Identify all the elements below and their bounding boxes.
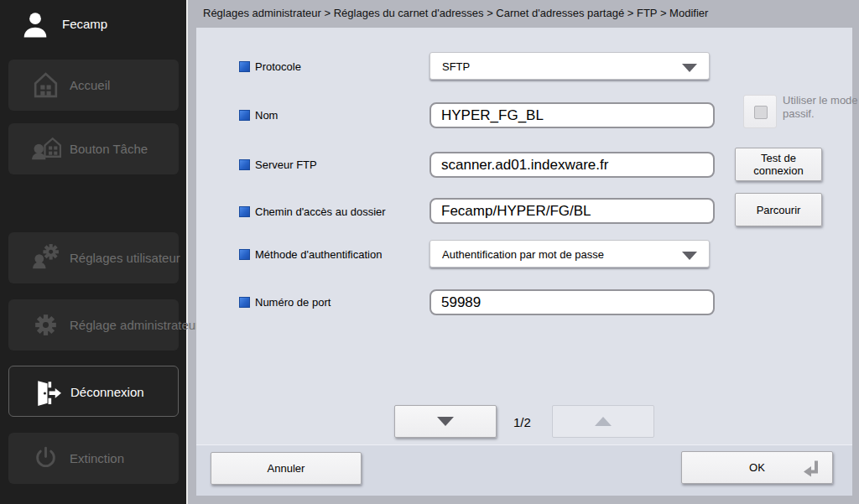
port-number-input[interactable] xyxy=(430,289,715,315)
ftp-server-input[interactable] xyxy=(430,152,715,178)
main-area: Réglages administrateur > Réglages du ca… xyxy=(190,0,859,504)
admin-settings-icon xyxy=(30,309,61,340)
user-icon xyxy=(18,8,52,42)
test-connection-button[interactable]: Test de connexion xyxy=(735,148,822,181)
field-label: Chemin d'accès au dossier xyxy=(255,205,386,218)
home-icon xyxy=(30,70,61,101)
field-label: Méthode d'authentification xyxy=(255,248,382,261)
sidebar-item-label: Déconnexion xyxy=(70,366,144,418)
form-panel: Protocole Nom Serveur FTP Chemin d'accès… xyxy=(196,28,852,444)
protocol-dropdown[interactable]: SFTP xyxy=(430,52,710,80)
sidebar: Fecamp Accueil xyxy=(0,0,188,504)
folder-path-input[interactable] xyxy=(430,198,715,224)
checkbox-box-icon xyxy=(754,106,768,119)
field-row-methode-auth: Méthode d'authentification xyxy=(239,247,440,262)
protocol-value: SFTP xyxy=(442,60,470,73)
sidebar-item-extinction: Extinction xyxy=(8,433,179,484)
passive-mode-checkbox xyxy=(743,95,777,128)
logout-icon xyxy=(31,377,62,408)
breadcrumb: Réglages administrateur > Réglages du ca… xyxy=(203,7,708,19)
field-row-port: Numéro de port xyxy=(239,295,440,310)
page-indicator: 1/2 xyxy=(513,415,531,429)
field-label: Numéro de port xyxy=(255,296,331,309)
sidebar-item-label: Accueil xyxy=(70,60,110,111)
user-settings-icon xyxy=(30,242,61,273)
field-row-nom: Nom xyxy=(239,108,440,123)
ok-button[interactable]: OK xyxy=(681,451,833,484)
field-row-protocole: Protocole xyxy=(239,60,440,75)
ok-button-label: OK xyxy=(749,461,765,474)
sidebar-item-label: Bouton Tâche xyxy=(70,123,148,174)
scanner-admin-screen: Fecamp Accueil xyxy=(0,0,859,504)
sidebar-item-reglages-utilisateur: Réglages utilisateur xyxy=(8,232,179,283)
sidebar-item-bouton-tache: Bouton Tâche xyxy=(8,123,179,174)
arrow-down-icon xyxy=(437,417,454,426)
sidebar-item-label: Extinction xyxy=(70,433,124,484)
bullet-icon xyxy=(239,297,250,308)
task-button-icon xyxy=(30,133,61,164)
sidebar-item-label: Réglages utilisateur xyxy=(70,232,180,283)
footer-bar: Annuler OK xyxy=(196,444,852,496)
sidebar-item-label: Réglage administrateur xyxy=(70,299,200,351)
chevron-down-icon xyxy=(682,252,697,260)
user-name: Fecamp xyxy=(62,17,107,31)
page-up-button xyxy=(552,405,654,438)
browse-button[interactable]: Parcourir xyxy=(735,193,822,226)
bullet-icon xyxy=(239,159,250,170)
auth-method-dropdown[interactable]: Authentification par mot de passe xyxy=(430,240,710,268)
auth-method-value: Authentification par mot de passe xyxy=(442,248,604,261)
field-label: Serveur FTP xyxy=(255,158,317,171)
page-down-button[interactable] xyxy=(394,405,497,438)
sidebar-item-deconnexion[interactable]: Déconnexion xyxy=(8,366,179,417)
field-label: Protocole xyxy=(255,60,301,73)
passive-mode-label: Utiliser le mode passif. xyxy=(783,94,859,121)
field-label: Nom xyxy=(255,109,278,122)
bullet-icon xyxy=(239,61,250,72)
name-input[interactable] xyxy=(430,102,715,128)
chevron-down-icon xyxy=(682,64,697,72)
field-row-chemin: Chemin d'accès au dossier xyxy=(239,205,440,220)
bullet-icon xyxy=(239,110,250,121)
sidebar-item-accueil: Accueil xyxy=(8,60,179,111)
power-icon xyxy=(30,443,61,474)
arrow-up-icon xyxy=(595,417,612,426)
field-row-serveur-ftp: Serveur FTP xyxy=(239,158,440,173)
bullet-icon xyxy=(239,249,250,260)
sidebar-item-reglage-administrateur: Réglage administrateur xyxy=(8,299,179,351)
cancel-button[interactable]: Annuler xyxy=(211,452,362,485)
logged-in-user: Fecamp xyxy=(0,7,188,47)
bullet-icon xyxy=(239,206,250,217)
enter-icon xyxy=(800,460,820,477)
